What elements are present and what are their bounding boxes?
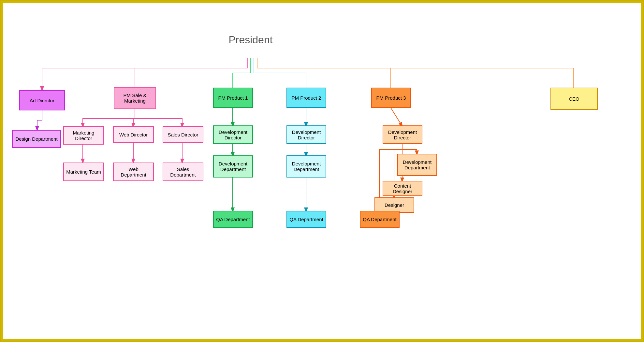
dev-director2-node[interactable]: Development Director [286,125,326,144]
qa-dept3-node[interactable]: QA Department [360,211,400,228]
dev-dept2-node[interactable]: Development Department [286,155,326,178]
org-chart-canvas: President Art Director Design Department… [1,1,643,341]
web-dept-node[interactable]: Web Department [113,163,154,181]
dev-dept1-node[interactable]: Development Department [213,155,253,178]
dev-director1-node[interactable]: Development Director [213,125,253,144]
art-director-node[interactable]: Art Director [19,90,65,110]
design-dept-node[interactable]: Design Department [12,130,61,148]
pm-sale-marketing-node[interactable]: PM Sale & Marketing [114,87,156,109]
president-title: President [218,34,283,46]
ceo-node[interactable]: CEO [550,88,598,110]
web-director-node[interactable]: Web Director [113,126,154,143]
content-designer-node[interactable]: Content Designer [383,181,422,196]
dev-director3-node[interactable]: Development Director [383,125,422,144]
sales-director-node[interactable]: Sales Director [163,126,203,143]
sales-dept-node[interactable]: Sales Department [163,163,203,181]
pm-product3-node[interactable]: PM Product 3 [371,88,411,108]
qa-dept2-node[interactable]: QA Department [286,211,326,228]
marketing-team-node[interactable]: Marketing Team [63,163,104,181]
designer-node[interactable]: Designer [374,197,414,213]
qa-dept1-node[interactable]: QA Department [213,211,253,228]
pm-product1-node[interactable]: PM Product 1 [213,88,253,108]
marketing-director-node[interactable]: Marketing Director [63,126,104,145]
dev-dept3-node[interactable]: Development Department [397,154,437,176]
pm-product2-node[interactable]: PM Product 2 [286,88,326,108]
